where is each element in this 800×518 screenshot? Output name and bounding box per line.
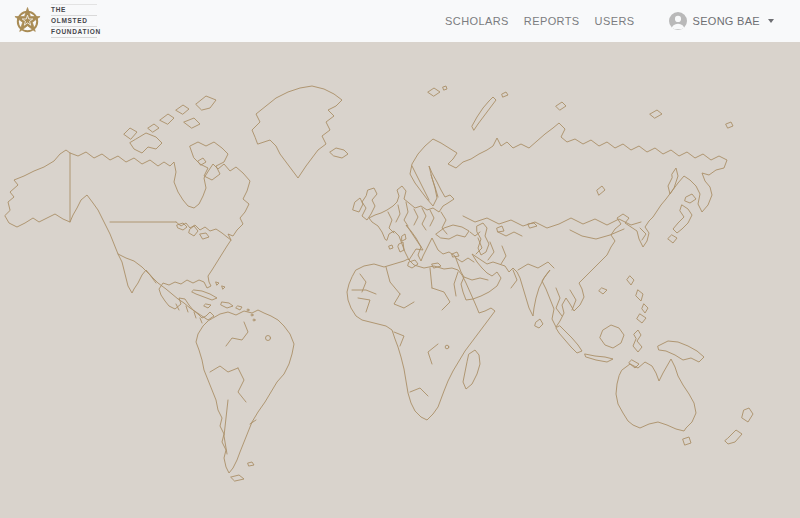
map-section — [0, 42, 800, 518]
person-icon — [669, 12, 687, 30]
nav-item-reports[interactable]: REPORTS — [524, 15, 580, 27]
logo[interactable]: THE OLMSTED FOUNDATION — [12, 4, 97, 38]
user-name: SEONG BAE — [693, 15, 761, 27]
app-header: THE OLMSTED FOUNDATION SCHOLARS REPORTS … — [0, 0, 800, 42]
logo-wordmark: THE OLMSTED FOUNDATION — [51, 4, 97, 38]
logo-line-2: OLMSTED — [51, 16, 97, 27]
world-map-outlines — [5, 86, 753, 481]
world-map[interactable] — [0, 42, 800, 518]
chevron-down-icon — [768, 19, 774, 23]
logo-line-3: FOUNDATION — [51, 27, 97, 38]
nav-item-users[interactable]: USERS — [595, 15, 635, 27]
logo-line-1: THE — [51, 4, 97, 16]
star-emblem-icon — [12, 6, 43, 37]
user-menu[interactable]: SEONG BAE — [669, 12, 775, 30]
main-nav: SCHOLARS REPORTS USERS SEONG BAE — [445, 12, 774, 30]
nav-item-scholars[interactable]: SCHOLARS — [445, 15, 509, 27]
